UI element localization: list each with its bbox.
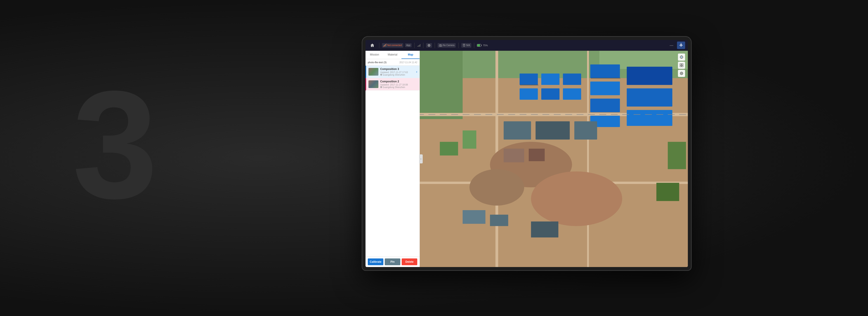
app-badge: App (405, 43, 412, 47)
separator-5 (458, 43, 459, 48)
mission-thumb-2 (368, 80, 378, 88)
svg-rect-35 (627, 110, 673, 126)
mission-thumb-1 (368, 68, 378, 76)
svg-rect-26 (520, 88, 538, 100)
signal-icon (417, 44, 421, 47)
map-svg (420, 51, 688, 267)
svg-rect-29 (590, 65, 620, 78)
svg-rect-24 (541, 74, 560, 85)
svg-point-10 (464, 44, 465, 45)
calibrate-button[interactable]: Calibrate (368, 258, 383, 265)
action-buttons: Calibrate Pin Delete (366, 256, 420, 267)
svg-rect-60 (680, 64, 681, 65)
battery-label: 75% (483, 44, 488, 47)
panel-header: photo-flie-test (3) 2017-11-24 11:42 (366, 59, 420, 66)
svg-point-41 (531, 171, 622, 226)
separator-1 (379, 43, 379, 48)
svg-rect-51 (531, 221, 558, 238)
svg-point-40 (469, 169, 524, 205)
svg-point-66 (681, 73, 682, 74)
svg-point-9 (440, 45, 441, 46)
mission-arrow-1: › (416, 70, 417, 74)
svg-rect-46 (668, 142, 686, 169)
device-frame: Not connected App (362, 36, 692, 271)
top-nav: Not connected App (366, 40, 688, 51)
svg-rect-43 (529, 149, 545, 161)
home-button[interactable] (368, 41, 376, 49)
svg-rect-17 (420, 51, 463, 119)
mission-updated-2: Updated: 2017-11-27 18:08 (380, 83, 417, 86)
svg-rect-37 (535, 121, 569, 140)
camera-label: No Camera (443, 44, 454, 46)
battery-status: 75% (477, 44, 488, 47)
svg-rect-42 (504, 149, 524, 163)
locate-button[interactable] (678, 54, 685, 61)
tab-mission[interactable]: Mission (366, 51, 383, 59)
svg-rect-13 (477, 44, 480, 46)
svg-rect-61 (682, 64, 683, 65)
delete-button[interactable]: Delete (402, 258, 417, 265)
map-area[interactable] (420, 51, 688, 267)
panel-collapse-button[interactable]: ‹ (419, 154, 423, 164)
mission-list: Composition 3 Updated: 2017-11-27 17:63 … (366, 66, 420, 256)
svg-rect-12 (481, 45, 482, 46)
svg-rect-50 (490, 215, 508, 226)
mission-info-2: Composition 2 Updated: 2017-11-27 18:08 … (380, 80, 417, 89)
svg-rect-49 (463, 210, 486, 224)
not-connected-label: Not connected (387, 44, 402, 46)
mission-info-1: Composition 3 Updated: 2017-11-27 17:63 … (380, 68, 416, 76)
satellite-badge (426, 43, 432, 48)
panel-date: 2017-11-24 11:42 (399, 61, 417, 64)
tab-material[interactable]: Material (383, 51, 402, 59)
map-controls (678, 54, 685, 77)
mission-name-1: Composition 3 (380, 68, 416, 71)
svg-rect-53 (591, 78, 620, 79)
svg-rect-52 (520, 84, 538, 85)
mission-item-1[interactable]: Composition 3 Updated: 2017-11-27 17:63 … (366, 66, 420, 78)
panel-title: photo-flie-test (3) (368, 61, 386, 64)
svg-rect-25 (563, 74, 581, 85)
svg-rect-27 (541, 88, 560, 100)
device-screen: Not connected App (366, 40, 688, 267)
svg-rect-38 (575, 121, 597, 140)
watermark-number: 3 (72, 68, 158, 221)
svg-rect-44 (440, 142, 458, 155)
gps-label: N/A (466, 44, 470, 46)
svg-rect-47 (656, 183, 679, 201)
mission-name-2: Composition 2 (380, 80, 417, 83)
svg-rect-30 (590, 81, 620, 95)
svg-rect-63 (682, 66, 683, 67)
target-button[interactable] (678, 70, 685, 77)
more-button[interactable]: ··· (668, 43, 675, 48)
separator-4 (435, 43, 435, 48)
mission-location-2: Guangdong Shenzhen (380, 86, 417, 89)
svg-rect-31 (590, 99, 620, 112)
svg-rect-45 (463, 131, 476, 149)
panel-tabs: Mission Material Map (366, 51, 420, 59)
mission-updated-1: Updated: 2017-11-27 17:63 (380, 71, 416, 74)
main-content: Mission Material Map photo-flie-test (3)… (366, 51, 688, 267)
pin-button[interactable]: Pin (385, 258, 400, 265)
camera-status: No Camera (438, 43, 456, 48)
mission-location-1: Guangdong Shenzhen (380, 74, 416, 76)
svg-rect-33 (627, 67, 673, 85)
left-panel: Mission Material Map photo-flie-test (3)… (366, 51, 420, 267)
app-container: Not connected App (366, 40, 688, 267)
gps-status: N/A (461, 43, 471, 48)
connection-status[interactable]: Not connected (382, 43, 403, 48)
grid-button[interactable] (678, 62, 685, 69)
tab-map[interactable]: Map (401, 51, 420, 59)
svg-rect-36 (504, 121, 531, 140)
svg-rect-28 (563, 88, 581, 100)
svg-rect-23 (520, 74, 538, 85)
airplane-mode-button[interactable] (677, 41, 685, 49)
svg-rect-34 (627, 88, 673, 107)
svg-point-55 (681, 57, 682, 58)
mission-item-2[interactable]: Composition 2 Updated: 2017-11-27 18:08 … (366, 78, 420, 91)
svg-rect-62 (680, 66, 681, 67)
